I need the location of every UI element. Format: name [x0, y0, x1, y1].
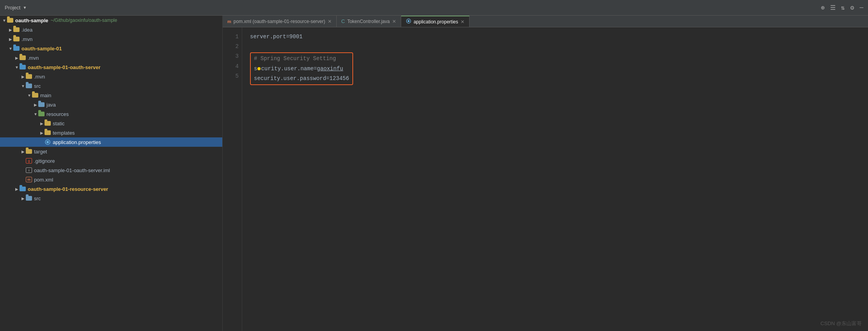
folder-icon-templates [45, 130, 51, 135]
sidebar-item-oauth01server[interactable]: oauth-sample-01-oauth-server [0, 62, 222, 72]
code-eq-4: = [314, 66, 317, 72]
sidebar-item-java[interactable]: java [0, 100, 222, 109]
folder-icon-oauth01 [13, 46, 20, 51]
folder-icon-root [7, 18, 13, 23]
arrow-main [27, 93, 32, 98]
sidebar-item-iml[interactable]: i oauth-sample-01-oauth-server.iml [0, 166, 222, 175]
arrow-resourceserver [14, 187, 20, 191]
sidebar-item-idea[interactable]: .idea [0, 25, 222, 34]
code-val-name: gaoxinfu [317, 66, 343, 72]
folder-icon-java [38, 102, 45, 107]
arrow-resources [33, 112, 38, 116]
folder-icon-mvn1 [13, 37, 20, 41]
code-key-name2: curity.user.name [261, 66, 313, 72]
sidebar-item-gitignore[interactable]: g .gitignore [0, 156, 222, 166]
arrow-idea [8, 28, 13, 32]
code-line-5: security.user.password=123456 [254, 74, 349, 84]
line-numbers: 1 2 3 4 5 [223, 27, 242, 331]
arrow-templates [39, 131, 45, 135]
sidebar-item-root[interactable]: oauth-sample ~/Github/gaoxinfu/oauth-sam… [0, 16, 222, 25]
sidebar-item-templates[interactable]: templates [0, 128, 222, 137]
oauth01server-label: oauth-sample-01-oauth-server [28, 64, 100, 70]
editor-tabs: m pom.xml (oauth-sample-01-resource-serv… [223, 16, 868, 27]
mvn1-label: .mvn [21, 36, 32, 42]
sidebar-item-target[interactable]: target [0, 147, 222, 156]
tab-close-appprops[interactable]: ✕ [461, 20, 464, 24]
arrow-mvn3 [20, 75, 26, 79]
project-dropdown-icon[interactable]: ▼ [23, 5, 27, 10]
resourceserver-label: oauth-sample-01-resource-server [28, 186, 108, 192]
mvn3-label: .mvn [34, 74, 45, 80]
folder-icon-idea [13, 27, 20, 32]
folder-icon-target [26, 149, 32, 154]
folder-icon-static [45, 121, 51, 126]
sidebar-item-appprops[interactable]: application.properties [0, 137, 222, 147]
folder-icon-src2 [26, 196, 32, 201]
editor-content: 1 2 3 4 5 server.port=9001 # Spring Secu… [223, 27, 868, 331]
code-line-4: scurity.user.name=gaoxinfu [254, 64, 349, 74]
arrows-icon[interactable]: ⇅ [841, 4, 845, 12]
arrow-src2 [20, 196, 26, 201]
arrow-src [20, 84, 26, 88]
globe-icon[interactable]: ⊕ [821, 4, 825, 12]
toolbar: Project ▼ ⊕ ☰ ⇅ ⚙ — [0, 0, 868, 16]
folder-icon-resourceserver [20, 187, 26, 191]
sidebar-item-src[interactable]: src [0, 81, 222, 91]
sidebar-item-pom1[interactable]: m pom.xml [0, 175, 222, 184]
folder-icon-oauth01server [20, 65, 26, 69]
tab-appprops[interactable]: application.properties ✕ [401, 16, 470, 27]
arrow-mvn1 [8, 37, 13, 41]
list-icon[interactable]: ☰ [830, 4, 836, 12]
templates-label: templates [53, 130, 75, 136]
sidebar-item-src2[interactable]: src [0, 194, 222, 203]
project-label[interactable]: Project ▼ [5, 5, 27, 11]
sidebar-item-resources[interactable]: resources [0, 109, 222, 119]
tab-label-appprops: application.properties [414, 19, 458, 25]
mvn2-label: .mvn [28, 55, 39, 61]
folder-icon-mvn3 [26, 74, 32, 79]
tab-icon-token: C [341, 18, 345, 24]
sidebar-item-oauth01[interactable]: oauth-sample-01 [0, 44, 222, 53]
code-eq-5: = [326, 75, 329, 82]
sidebar-item-static[interactable]: static [0, 119, 222, 128]
arrow-static [39, 121, 45, 126]
xml-icon-pom1: m [26, 177, 32, 182]
arrow-oauth01 [8, 46, 13, 51]
root-label: oauth-sample [15, 18, 48, 23]
sidebar-item-mvn3[interactable]: .mvn [0, 72, 222, 81]
git-icon-gitignore: g [26, 158, 32, 164]
oauth01-label: oauth-sample-01 [21, 46, 62, 52]
cursor-dot [257, 67, 261, 70]
src-label: src [34, 83, 41, 89]
appprops-label: application.properties [53, 139, 101, 145]
sidebar-item-resourceserver[interactable]: oauth-sample-01-resource-server [0, 184, 222, 194]
sidebar-item-mvn2[interactable]: .mvn [0, 53, 222, 62]
tab-label-token: TokenController.java [347, 19, 390, 24]
tab-pom[interactable]: m pom.xml (oauth-sample-01-resource-serv… [223, 16, 337, 27]
root-path: ~/Github/gaoxinfu/oauth-sample [51, 18, 117, 23]
tab-close-token[interactable]: ✕ [392, 19, 396, 24]
iml-icon: i [26, 167, 32, 173]
resources-label: resources [46, 111, 69, 117]
main-label: main [40, 93, 51, 98]
sidebar-item-mvn1[interactable]: .mvn [0, 34, 222, 44]
code-val-pwd: 123456 [329, 75, 349, 82]
static-label: static [53, 121, 64, 126]
idea-label: .idea [21, 27, 32, 33]
java-label: java [46, 102, 56, 108]
settings-icon[interactable]: ⚙ [850, 4, 854, 12]
line-num-5: 5 [223, 71, 239, 81]
code-area[interactable]: server.port=9001 # Spring Security Setti… [242, 27, 868, 331]
project-sidebar: oauth-sample ~/Github/gaoxinfu/oauth-sam… [0, 16, 223, 331]
tab-token[interactable]: C TokenController.java ✕ [337, 16, 401, 27]
tab-close-pom[interactable]: ✕ [328, 19, 332, 24]
folder-icon-main [32, 93, 38, 98]
arrow-root [2, 18, 7, 23]
arrow-oauth01server [14, 65, 20, 69]
sidebar-item-main[interactable]: main [0, 91, 222, 100]
code-key-name: s [254, 66, 257, 72]
highlight-box: # Spring Security Setting scurity.user.n… [250, 52, 353, 85]
minimize-icon[interactable]: — [859, 4, 863, 11]
code-line-1: server.port=9001 [250, 32, 860, 42]
code-line-2 [250, 42, 860, 52]
